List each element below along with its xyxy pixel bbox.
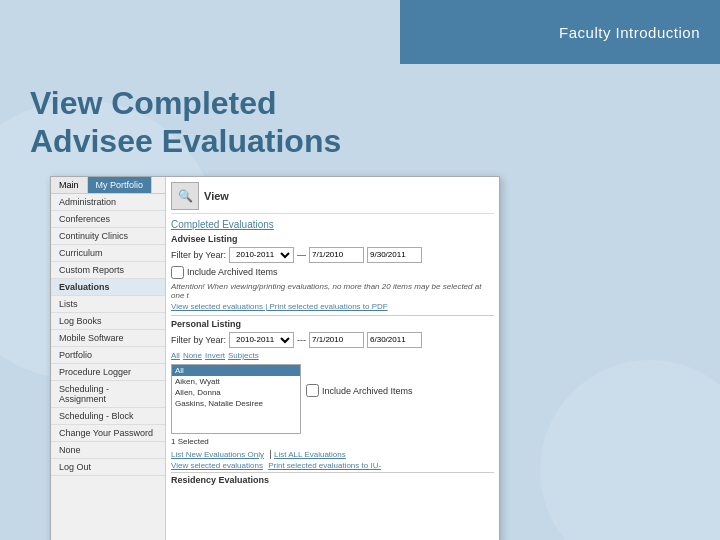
main-panel: 🔍 View Completed Evaluations Advisee Lis…: [166, 177, 499, 540]
nav-item-curriculum[interactable]: Curriculum: [51, 245, 165, 262]
personal-separator: ---: [297, 335, 306, 345]
tab-my-portfolio[interactable]: My Portfolio: [88, 177, 153, 193]
personal-year-select[interactable]: 2010-2011: [229, 332, 294, 348]
nav-item-none[interactable]: None: [51, 442, 165, 459]
nav-item-change-password[interactable]: Change Your Password: [51, 425, 165, 442]
screenshot-mockup: Main My Portfolio Administration Confere…: [50, 176, 500, 540]
none-link[interactable]: None: [183, 351, 202, 360]
student-item-2[interactable]: Allen, Donna: [172, 387, 300, 398]
student-item-all[interactable]: All: [172, 365, 300, 376]
tab-main[interactable]: Main: [51, 177, 88, 193]
completed-evaluations-link[interactable]: Completed Evaluations: [171, 219, 494, 230]
advisee-listing-title: Advisee Listing: [171, 234, 494, 244]
advisee-date-start[interactable]: [309, 247, 364, 263]
list-controls: All None Invert Subjects All Aiken, Wyat…: [171, 351, 301, 434]
list-all-link[interactable]: List ALL Evaluations: [274, 450, 346, 459]
student-item-3[interactable]: Gaskins, Natalie Desiree: [172, 398, 300, 409]
student-list-links: All None Invert Subjects: [171, 351, 301, 360]
view-header: 🔍 View: [171, 182, 494, 214]
nav-item-mobile-software[interactable]: Mobile Software: [51, 330, 165, 347]
advisee-year-select[interactable]: 2010-2011: [229, 247, 294, 263]
view-header-title: View: [204, 190, 229, 202]
main-content: View Completed Advisee Evaluations Main …: [0, 64, 720, 540]
personal-archived-label: Include Archived Items: [322, 386, 413, 396]
nav-item-conferences[interactable]: Conferences: [51, 211, 165, 228]
advisee-date-end[interactable]: [367, 247, 422, 263]
advisee-separator: —: [297, 250, 306, 260]
personal-listing-header: Personal Listing: [171, 315, 494, 329]
personal-filter-row: Filter by Year: 2010-2011 ---: [171, 332, 494, 348]
print-selected-link[interactable]: Print selected evaluations to IU-: [268, 461, 381, 470]
header-bar: Faculty Introduction: [400, 0, 720, 64]
list-new-link[interactable]: List New Evaluations Only: [171, 450, 264, 459]
residency-section: Residency Evaluations: [171, 472, 494, 485]
nav-tabs: Main My Portfolio: [51, 177, 165, 194]
nav-item-log-books[interactable]: Log Books: [51, 313, 165, 330]
view-selected-evals-link[interactable]: View selected evaluations: [171, 461, 263, 470]
subjects-link[interactable]: Subjects: [228, 351, 259, 360]
nav-item-procedure-logger[interactable]: Procedure Logger: [51, 364, 165, 381]
header-title: Faculty Introduction: [559, 24, 700, 41]
student-listbox[interactable]: All Aiken, Wyatt Allen, Donna Gaskins, N…: [171, 364, 301, 434]
nav-item-evaluations[interactable]: Evaluations: [51, 279, 165, 296]
advisee-filter-label: Filter by Year:: [171, 250, 226, 260]
advisee-archived-row: Include Archived Items: [171, 266, 494, 279]
nav-item-scheduling-block[interactable]: Scheduling - Block: [51, 408, 165, 425]
personal-date-start[interactable]: [309, 332, 364, 348]
advisee-archived-label: Include Archived Items: [187, 267, 278, 277]
view-icon: 🔍: [171, 182, 199, 210]
advisee-info-text: Attention! When viewing/printing evaluat…: [171, 282, 494, 300]
nav-item-portfolio[interactable]: Portfolio: [51, 347, 165, 364]
archived-side: Include Archived Items: [306, 351, 413, 434]
personal-date-end[interactable]: [367, 332, 422, 348]
nav-item-continuity-clinics[interactable]: Continuity Clinics: [51, 228, 165, 245]
invert-link[interactable]: Invert: [205, 351, 225, 360]
nav-item-lists[interactable]: Lists: [51, 296, 165, 313]
nav-item-custom-reports[interactable]: Custom Reports: [51, 262, 165, 279]
student-list-area: All None Invert Subjects All Aiken, Wyat…: [171, 351, 494, 434]
advisee-filter-row: Filter by Year: 2010-2011 —: [171, 247, 494, 263]
selected-count: 1 Selected: [171, 437, 494, 446]
personal-archived-checkbox[interactable]: [306, 384, 319, 397]
nav-item-log-out[interactable]: Log Out: [51, 459, 165, 476]
nav-sidebar: Main My Portfolio Administration Confere…: [51, 177, 166, 540]
page-title: View Completed Advisee Evaluations: [30, 84, 690, 161]
personal-archived-row: Include Archived Items: [306, 384, 413, 397]
nav-item-scheduling-assignment[interactable]: Scheduling - Assignment: [51, 381, 165, 408]
student-item-1[interactable]: Aiken, Wyatt: [172, 376, 300, 387]
bottom-links: List New Evaluations Only | List ALL Eva…: [171, 449, 494, 459]
bottom-links-2: View selected evaluations Print selected…: [171, 461, 494, 470]
nav-item-administration[interactable]: Administration: [51, 194, 165, 211]
advisee-archived-checkbox[interactable]: [171, 266, 184, 279]
all-link[interactable]: All: [171, 351, 180, 360]
view-selected-link[interactable]: View selected evaluations | Print select…: [171, 302, 494, 311]
personal-filter-label: Filter by Year:: [171, 335, 226, 345]
